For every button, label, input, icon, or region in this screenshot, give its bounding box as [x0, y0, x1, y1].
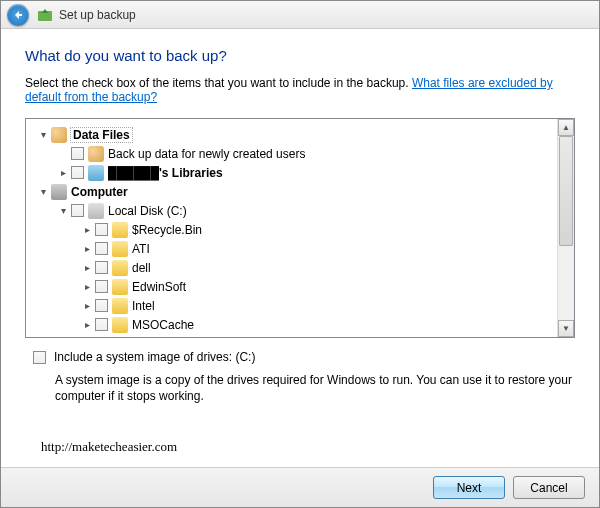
system-image-description: A system image is a copy of the drives r… — [55, 372, 575, 404]
instruction-text: Select the check box of the items that y… — [25, 76, 575, 104]
expand-icon[interactable]: ▸ — [80, 299, 94, 313]
scroll-up-button[interactable]: ▲ — [558, 119, 574, 136]
folder-icon — [112, 222, 128, 238]
folder-icon — [112, 298, 128, 314]
folder-icon — [112, 317, 128, 333]
user-icon — [88, 146, 104, 162]
checkbox[interactable] — [71, 166, 84, 179]
button-label: Cancel — [530, 481, 567, 495]
window-title: Set up backup — [59, 8, 136, 22]
page-heading: What do you want to back up? — [25, 47, 575, 64]
next-button[interactable]: Next — [433, 476, 505, 499]
node-label: ATI — [132, 242, 150, 256]
tree-node-folder[interactable]: ▸ EdwinSoft — [28, 277, 555, 296]
node-label: MSOCache — [132, 318, 194, 332]
tree-node-new-users[interactable]: ▸ Back up data for newly created users — [28, 144, 555, 163]
folder-icon — [112, 241, 128, 257]
content-area: What do you want to back up? Select the … — [1, 29, 599, 467]
tree-node-folder[interactable]: ▸ $Recycle.Bin — [28, 220, 555, 239]
scroll-track[interactable] — [558, 136, 574, 320]
expand-icon[interactable]: ▸ — [80, 261, 94, 275]
system-image-option: Include a system image of drives: (C:) — [33, 350, 575, 364]
collapse-icon[interactable]: ▾ — [36, 185, 50, 199]
checkbox[interactable] — [95, 223, 108, 236]
wizard-window: Set up backup What do you want to back u… — [0, 0, 600, 508]
tree-node-folder[interactable]: ▸ dell — [28, 258, 555, 277]
node-label: $Recycle.Bin — [132, 223, 202, 237]
titlebar: Set up backup — [1, 1, 599, 29]
scroll-down-button[interactable]: ▼ — [558, 320, 574, 337]
node-label: Intel — [132, 299, 155, 313]
tree-node-folder[interactable]: ▸ MSOCache — [28, 315, 555, 334]
expand-icon[interactable]: ▸ — [80, 318, 94, 332]
instruction-label: Select the check box of the items that y… — [25, 76, 412, 90]
drive-icon — [88, 203, 104, 219]
scroll-thumb[interactable] — [559, 136, 573, 246]
arrow-left-icon — [12, 9, 24, 21]
tree-node-local-disk[interactable]: ▾ Local Disk (C:) — [28, 201, 555, 220]
system-image-label: Include a system image of drives: (C:) — [54, 350, 255, 364]
expand-icon[interactable]: ▸ — [80, 242, 94, 256]
checkbox[interactable] — [71, 147, 84, 160]
system-image-checkbox[interactable] — [33, 351, 46, 364]
expand-icon[interactable]: ▸ — [80, 223, 94, 237]
node-label: Data Files — [71, 128, 132, 142]
tree-node-user-libraries[interactable]: ▸ ██████'s Libraries — [28, 163, 555, 182]
collapse-icon[interactable]: ▾ — [36, 128, 50, 142]
tree-viewport: ▾ Data Files ▸ Back up data for newly cr… — [26, 119, 557, 337]
expand-icon[interactable]: ▸ — [56, 166, 70, 180]
checkbox[interactable] — [95, 318, 108, 331]
tree-node-folder[interactable]: ▸ Intel — [28, 296, 555, 315]
node-label: EdwinSoft — [132, 280, 186, 294]
folder-icon — [112, 279, 128, 295]
vertical-scrollbar[interactable]: ▲ ▼ — [557, 119, 574, 337]
watermark-text: http://maketecheasier.com — [41, 439, 177, 455]
checkbox[interactable] — [95, 299, 108, 312]
tree-node-folder[interactable]: ▸ ATI — [28, 239, 555, 258]
node-label: Back up data for newly created users — [108, 147, 305, 161]
back-button[interactable] — [7, 4, 29, 26]
wizard-footer: Next Cancel — [1, 467, 599, 507]
backup-items-tree: ▾ Data Files ▸ Back up data for newly cr… — [25, 118, 575, 338]
button-label: Next — [457, 481, 482, 495]
node-label: Local Disk (C:) — [108, 204, 187, 218]
backup-app-icon — [37, 7, 53, 23]
checkbox[interactable] — [71, 204, 84, 217]
folder-icon — [112, 260, 128, 276]
library-icon — [88, 165, 104, 181]
checkbox[interactable] — [95, 280, 108, 293]
cancel-button[interactable]: Cancel — [513, 476, 585, 499]
node-label: dell — [132, 261, 151, 275]
checkbox[interactable] — [95, 261, 108, 274]
tree-node-computer[interactable]: ▾ Computer — [28, 182, 555, 201]
tree-node-data-files[interactable]: ▾ Data Files — [28, 125, 555, 144]
collapse-icon[interactable]: ▾ — [56, 204, 70, 218]
checkbox[interactable] — [95, 242, 108, 255]
computer-icon — [51, 184, 67, 200]
node-label: ██████'s Libraries — [108, 166, 223, 180]
node-label: Computer — [71, 185, 128, 199]
expand-icon[interactable]: ▸ — [80, 280, 94, 294]
users-icon — [51, 127, 67, 143]
